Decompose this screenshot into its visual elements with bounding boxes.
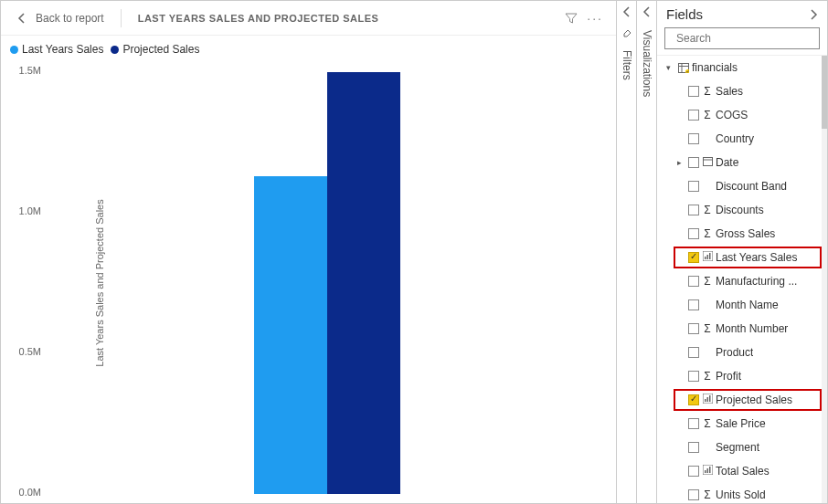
chevron-right-icon[interactable] [809, 9, 818, 20]
field-item[interactable]: ΣManufacturing ... [657, 269, 827, 293]
plot-area: 0.0M0.5M1.0M1.5M [47, 72, 607, 494]
field-checkbox[interactable] [688, 276, 699, 287]
bar[interactable] [254, 176, 327, 494]
field-item[interactable]: Discount Band [657, 174, 827, 198]
svg-rect-14 [709, 395, 711, 402]
field-checkbox[interactable] [688, 133, 699, 144]
field-name: Discount Band [716, 180, 787, 193]
field-checkbox[interactable] [688, 394, 699, 405]
field-item[interactable]: ΣDiscounts [657, 198, 827, 222]
field-name: Total Sales [716, 465, 770, 478]
y-tick-label: 0.0M [10, 487, 41, 498]
legend-label: Projected Sales [122, 43, 199, 56]
field-name: Projected Sales [716, 394, 792, 406]
field-name: Segment [716, 441, 759, 454]
filters-pane-collapsed[interactable]: Filters [617, 1, 637, 503]
field-checkbox[interactable] [688, 347, 699, 358]
field-item[interactable]: Month Name [657, 293, 827, 317]
table-name: financials [692, 61, 738, 74]
back-to-report-button[interactable]: Back to report [17, 12, 104, 25]
field-checkbox[interactable] [688, 110, 699, 121]
svg-rect-17 [706, 468, 708, 473]
legend-swatch [111, 46, 119, 54]
fields-pane: Fields ▾financialsΣSalesΣCOGSCountry▸Dat… [657, 1, 827, 503]
field-item[interactable]: ΣGross Sales [657, 222, 827, 246]
calendar-icon [701, 156, 714, 169]
field-name: Country [716, 132, 754, 145]
field-item[interactable]: ΣSale Price [657, 412, 827, 436]
bars-container [47, 72, 607, 494]
sigma-icon: Σ [701, 275, 714, 288]
field-item[interactable]: Segment [657, 436, 827, 459]
field-item[interactable]: ▸Date [657, 151, 827, 174]
chevron-left-icon [622, 6, 632, 17]
field-item[interactable]: ΣMonth Number [657, 317, 827, 341]
field-item[interactable]: Last Years Sales [657, 246, 827, 269]
sigma-icon: Σ [701, 322, 714, 335]
field-checkbox[interactable] [688, 228, 699, 239]
more-options-button[interactable]: ··· [587, 12, 603, 25]
legend-swatch [10, 46, 18, 54]
y-tick-label: 0.5M [10, 346, 41, 357]
fields-title: Fields [666, 6, 703, 22]
sigma-icon: Σ [701, 204, 714, 216]
bar[interactable] [327, 72, 400, 494]
field-name: Manufacturing ... [716, 275, 797, 288]
chevron-left-icon [17, 12, 27, 25]
field-checkbox[interactable] [688, 442, 699, 453]
caret-right-icon[interactable]: ▸ [677, 158, 686, 167]
field-checkbox[interactable] [688, 466, 699, 477]
fields-search[interactable] [664, 27, 820, 49]
field-checkbox[interactable] [688, 157, 699, 168]
svg-rect-9 [706, 255, 708, 259]
field-checkbox[interactable] [688, 205, 699, 215]
sigma-icon: Σ [701, 488, 714, 501]
fields-table-header[interactable]: ▾financials [657, 56, 827, 79]
measure-icon [701, 251, 714, 264]
field-item[interactable]: ΣSales [657, 79, 827, 103]
field-item[interactable]: Country [657, 127, 827, 151]
field-name: Discounts [716, 204, 764, 216]
field-name: Sale Price [716, 417, 766, 430]
svg-rect-18 [709, 467, 711, 473]
field-item[interactable]: Projected Sales [657, 388, 827, 412]
filter-icon[interactable] [565, 12, 578, 25]
field-checkbox[interactable] [688, 323, 699, 334]
legend-item[interactable]: Last Years Sales [10, 43, 103, 56]
y-tick-label: 1.0M [10, 205, 41, 216]
sigma-icon: Σ [701, 109, 714, 121]
svg-rect-8 [705, 257, 706, 259]
visual-title: LAST YEARS SALES AND PROJECTED SALES [138, 13, 379, 24]
svg-rect-5 [703, 158, 712, 166]
table-icon [677, 63, 690, 73]
field-checkbox[interactable] [688, 418, 699, 429]
back-label: Back to report [36, 12, 104, 25]
field-item[interactable]: ΣProfit [657, 364, 827, 388]
svg-rect-10 [709, 253, 711, 259]
measure-icon [701, 394, 714, 406]
eraser-icon [621, 26, 632, 37]
measure-icon [701, 465, 714, 478]
field-item[interactable]: Total Sales [657, 459, 827, 483]
filters-label: Filters [621, 50, 633, 80]
fields-search-input[interactable] [676, 32, 813, 45]
field-checkbox[interactable] [688, 489, 699, 500]
field-name: Month Number [716, 322, 788, 335]
fields-tree: ▾financialsΣSalesΣCOGSCountry▸DateDiscou… [657, 55, 827, 503]
field-checkbox[interactable] [688, 181, 699, 192]
field-item[interactable]: ΣCOGS [657, 103, 827, 127]
visualizations-pane-collapsed[interactable]: Visualizations [637, 1, 657, 503]
field-item[interactable]: Product [657, 341, 827, 364]
svg-rect-12 [705, 399, 706, 402]
field-checkbox[interactable] [688, 299, 699, 310]
chart-area: Last Years Sales and Projected Sales 0.0… [1, 63, 616, 503]
sigma-icon: Σ [701, 85, 714, 98]
sigma-icon: Σ [701, 227, 714, 240]
field-checkbox[interactable] [688, 86, 699, 97]
legend-item[interactable]: Projected Sales [111, 43, 199, 56]
field-checkbox[interactable] [688, 371, 699, 382]
field-item[interactable]: ΣUnits Sold [657, 483, 827, 503]
field-checkbox[interactable] [688, 252, 699, 263]
y-tick-label: 1.5M [10, 65, 41, 76]
divider [121, 9, 122, 27]
